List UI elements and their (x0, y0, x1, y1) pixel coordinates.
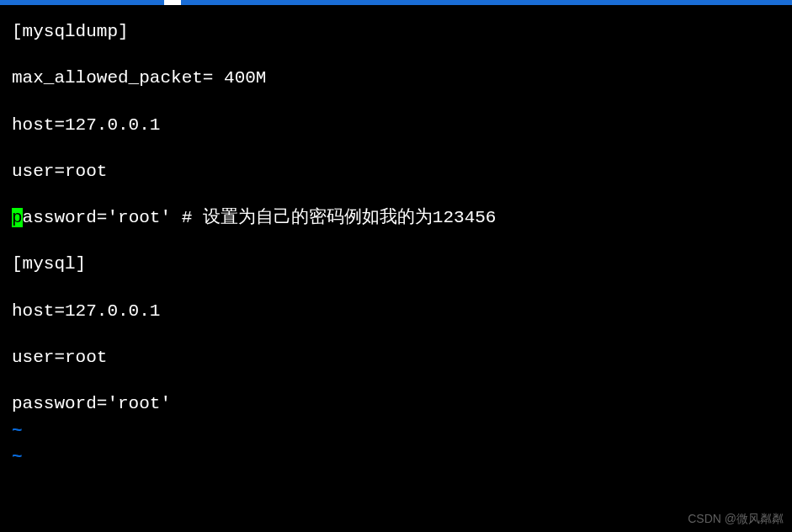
config-line: user=root (12, 346, 780, 369)
terminal-content: [mysqldump] max_allowed_packet= 400M hos… (0, 5, 792, 487)
config-line: [mysqldump] (12, 20, 780, 43)
config-line: [mysql] (12, 253, 780, 275)
config-line: host=127.0.0.1 (12, 300, 780, 322)
config-line: max_allowed_packet= 400M (12, 66, 780, 89)
config-line: user=root (12, 160, 780, 183)
cursor: p (12, 208, 23, 227)
config-line: password='root' (12, 392, 780, 415)
vim-tilde: ~ (12, 445, 780, 468)
config-line: password='root' # 设置为自己的密码例如我的为123456 (12, 206, 780, 229)
window-title-bar (0, 0, 792, 5)
csdn-watermark: CSDN @微风粼粼 (688, 512, 784, 527)
vim-tilde: ~ (12, 419, 780, 442)
config-line: host=127.0.0.1 (12, 114, 780, 136)
